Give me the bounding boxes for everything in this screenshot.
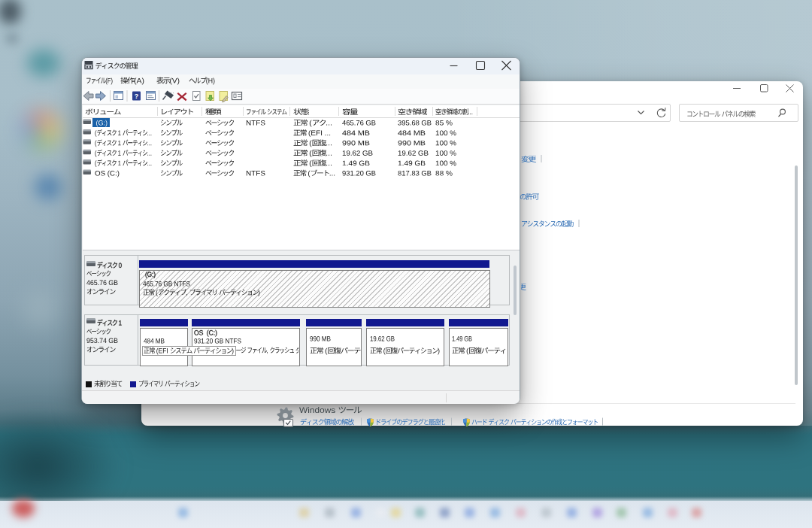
svg-text:?: ? — [135, 93, 139, 100]
